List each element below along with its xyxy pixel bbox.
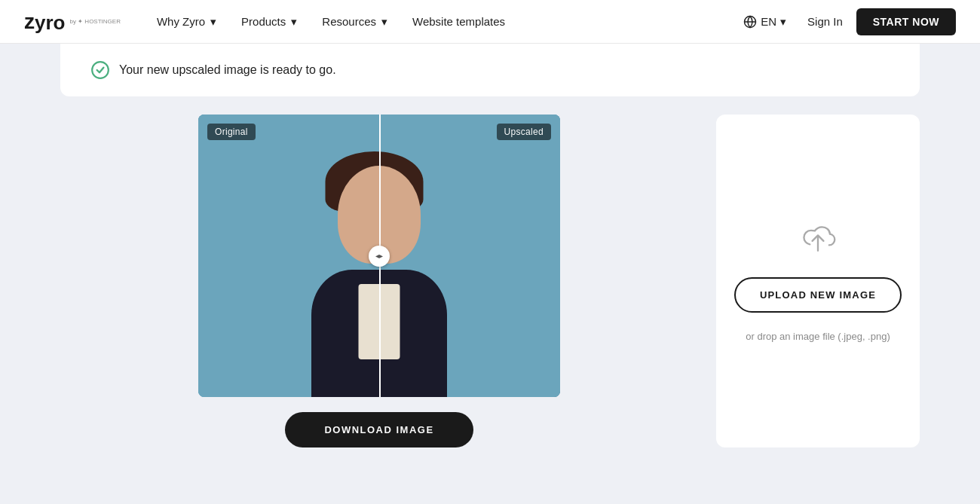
check-circle-icon	[90, 60, 110, 80]
nav-right: EN ▾ Sign In START NOW	[736, 8, 956, 35]
chevron-down-icon: ▾	[289, 17, 299, 27]
logo-z: z	[24, 11, 35, 32]
original-label: Original	[207, 124, 256, 140]
image-section: Original Upscaled ◂▸ DOWNLOAD IMAGE	[60, 115, 698, 447]
success-banner: Your new upscaled image is ready to go.	[60, 44, 920, 96]
logo-yro: yro	[35, 13, 65, 32]
handle-arrows-icon: ◂▸	[375, 252, 383, 260]
download-button[interactable]: DOWNLOAD IMAGE	[285, 412, 473, 447]
success-message: Your new upscaled image is ready to go.	[119, 63, 336, 77]
nav-item-templates[interactable]: Website templates	[403, 11, 514, 32]
upload-icon-area	[795, 220, 841, 259]
nav-label-templates: Website templates	[412, 15, 505, 28]
chevron-down-icon: ▾	[379, 17, 390, 27]
globe-icon	[743, 15, 757, 29]
nav-links: Why Zyro ▾ Products ▾ Resources ▾ Websit…	[148, 11, 736, 32]
nav-item-resources[interactable]: Resources ▾	[313, 11, 399, 32]
nav-label-resources: Resources	[322, 15, 376, 28]
nav-label-products: Products	[241, 15, 286, 28]
navbar: z yro by ✦ HOSTINGER Why Zyro ▾ Products…	[0, 0, 980, 44]
start-now-button[interactable]: START NOW	[856, 8, 956, 35]
chevron-down-icon: ▾	[208, 17, 219, 27]
nav-label-why-zyro: Why Zyro	[157, 15, 205, 28]
svg-point-2	[92, 62, 109, 78]
chevron-down-icon: ▾	[780, 15, 786, 29]
main-content: Your new upscaled image is ready to go.	[0, 44, 980, 496]
upscaled-label: Upscaled	[497, 124, 551, 140]
logo-hostinger: by ✦ HOSTINGER	[69, 18, 120, 25]
drop-hint: or drop an image file (.jpeg, .png)	[746, 331, 890, 342]
signin-link[interactable]: Sign In	[807, 15, 843, 28]
upload-new-button[interactable]: UPLOAD NEW IMAGE	[734, 277, 902, 313]
nav-item-why-zyro[interactable]: Why Zyro ▾	[148, 11, 228, 32]
lang-label: EN	[761, 15, 776, 28]
comparison-handle[interactable]: ◂▸	[369, 246, 390, 267]
nav-item-products[interactable]: Products ▾	[232, 11, 308, 32]
logo-by-text: by ✦ HOSTINGER	[69, 18, 120, 25]
upload-panel: UPLOAD NEW IMAGE or drop an image file (…	[716, 115, 920, 447]
content-row: Original Upscaled ◂▸ DOWNLOAD IMAGE	[60, 96, 920, 466]
language-selector[interactable]: EN ▾	[736, 11, 794, 33]
cloud-upload-icon	[795, 220, 841, 259]
image-comparison[interactable]: Original Upscaled ◂▸	[198, 115, 560, 397]
logo[interactable]: z yro by ✦ HOSTINGER	[24, 11, 121, 32]
